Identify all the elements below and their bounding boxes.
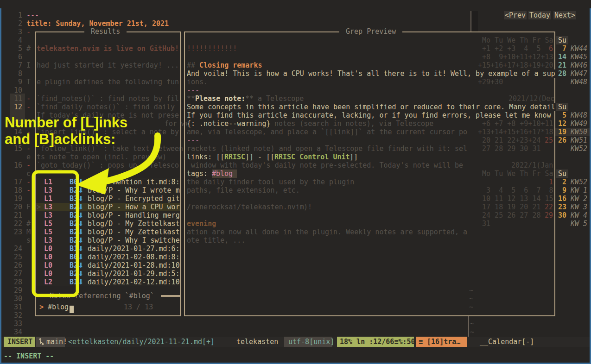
backlinks-count: B2 xyxy=(70,270,78,278)
results-row[interactable]: L3B2⬇blog/P - Why I wrote m xyxy=(36,186,180,195)
result-file-label: daily/2021-01-28.md:10 xyxy=(88,261,180,270)
calendar-next-button[interactable]: Next> xyxy=(553,11,576,19)
calendar-day[interactable]: 9 xyxy=(558,186,566,195)
calendar-week-label: KW52 xyxy=(571,178,587,186)
result-file-label: blog/D - My Zettelkast xyxy=(88,220,180,228)
line-number: 1 xyxy=(18,11,22,19)
search-input[interactable]: #blog xyxy=(48,303,69,311)
line-number: 16 xyxy=(14,161,22,169)
links-count: L5 xyxy=(44,228,52,236)
results-row[interactable]: L5B2⬇blog/D - My Zettelkast xyxy=(36,220,180,228)
down-arrow-icon: ⬇ xyxy=(78,228,84,236)
result-file-label: daily/2021-02-08.md:8: xyxy=(88,253,180,261)
line-number: 7 xyxy=(18,61,22,69)
calendar-today-button[interactable]: Today xyxy=(528,11,551,19)
tag-label: #blog xyxy=(212,169,237,178)
preview-text: ]] xyxy=(350,153,358,161)
preview-text: ** xyxy=(245,94,254,103)
calendar-week-label: KW50 xyxy=(571,128,587,136)
results-row[interactable]: L3B2⬇blog/P - Handling merg xyxy=(36,211,180,220)
preview-text: ions. xyxy=(187,78,208,86)
buffer-text: c xyxy=(26,169,31,178)
results-row[interactable]: L1B0⬇ i mention it.md:8: xyxy=(36,178,180,186)
calendar-day[interactable]: 26 xyxy=(558,136,566,144)
down-arrow-icon: ⬇ xyxy=(78,203,84,211)
calendar-weekday-header: Su xyxy=(558,103,566,111)
down-arrow-icon: ⬇ xyxy=(78,220,84,228)
preview-text: rackets (linked note) and open a Telesco… xyxy=(187,144,467,153)
calendar-day[interactable]: 28 xyxy=(558,69,566,78)
calendar-day[interactable]: 19 xyxy=(558,128,566,136)
calendar-day[interactable]: 14 xyxy=(558,53,566,61)
annotation-text-line1: Number of [L]inks xyxy=(5,115,127,131)
results-window-title: Results xyxy=(84,27,127,36)
results-row[interactable]: L1B3⬇blog/P - Encrypted git xyxy=(36,195,180,203)
backlinks-count: B3 xyxy=(70,195,78,203)
prompt-prefix: > xyxy=(39,303,44,311)
result-file-label: blog/D - My Zettelkast xyxy=(88,228,180,236)
preview-text: the daily finder tool used by the plugin xyxy=(187,178,354,186)
links-count: L1 xyxy=(44,178,52,186)
results-row[interactable]: L0B2⬇daily/2021-01-28.md:10 xyxy=(36,261,180,270)
preview-text: Please note: xyxy=(195,94,245,103)
links-count: L1 xyxy=(44,195,52,203)
calendar-day[interactable]: 30 xyxy=(558,211,566,220)
down-arrow-icon: ⬇ xyxy=(78,236,84,245)
preview-text: --- xyxy=(187,86,199,94)
line-number: 31 xyxy=(14,303,22,311)
results-row[interactable]: L3B2⬇blog/P - Why I switche xyxy=(36,236,180,245)
results-row[interactable]: L0B2⬇daily/2021-01-29.md:5: xyxy=(36,270,180,278)
down-arrow-icon: ⬇ xyxy=(78,245,84,253)
down-arrow-icon: ⬇ xyxy=(78,253,84,261)
line-number: 30 xyxy=(14,295,22,303)
preview-text: window with today's daily note pre-selec… xyxy=(187,161,463,169)
results-row[interactable]: L5B2⬇blog/D - My Zettelkast xyxy=(36,228,180,236)
note-link[interactable]: RRISC xyxy=(224,153,245,161)
down-arrow-icon: ⬇ xyxy=(78,270,84,278)
mode-indicator: INSERT xyxy=(7,338,32,346)
calendar-day[interactable]: 23 xyxy=(558,203,566,211)
line-number: 32 xyxy=(14,311,22,320)
backlinks-count: B2 xyxy=(70,211,78,220)
calendar-weekday-header: Su xyxy=(558,36,566,44)
calendar-sign-column xyxy=(472,11,478,31)
preview-text: a Telescope xyxy=(254,94,304,103)
preview-text: ]] - [[ xyxy=(245,153,274,161)
calendar-day[interactable]: 2 xyxy=(558,178,566,186)
calendar-day[interactable]: 16 xyxy=(558,195,566,203)
result-file-label: daily/2021-01-27.md:6: xyxy=(88,245,180,253)
annotation-text-line2: and [B]acklinks: xyxy=(5,132,115,147)
calendar-week-label: KW51 xyxy=(571,136,587,144)
calendar-week-label: KW52 xyxy=(571,144,587,153)
preview-text: evening xyxy=(187,220,216,228)
note-link[interactable]: RRISC Control Unit xyxy=(274,153,350,161)
result-file-label: i mention it.md:8: xyxy=(88,178,180,186)
line-number: 18 xyxy=(14,186,22,195)
window-separator-top xyxy=(470,11,471,31)
line-number: 34 xyxy=(14,328,22,336)
calendar-day[interactable]: 12 xyxy=(558,119,566,128)
preview-text: ote title, ... xyxy=(187,236,245,245)
results-row[interactable]: L2B1⬇daily/2021-02-12.md:10 xyxy=(36,278,180,286)
calendar-day[interactable]: 7 xyxy=(558,44,566,53)
result-file-label: blog/P - Encrypted git xyxy=(88,195,180,203)
links-count: L0 xyxy=(44,253,52,261)
results-row[interactable]: >L3B2⬇blog/P - How a CPU wor xyxy=(36,203,180,211)
preview-text: ** xyxy=(187,94,195,103)
calendar-week-label: KW45 xyxy=(571,53,587,61)
results-row[interactable]: L0B0⬇daily/2021-02-08.md:8: xyxy=(36,253,180,261)
links-count: L0 xyxy=(44,270,52,278)
git-branch-label: main! xyxy=(46,338,67,346)
calendar-prev-button[interactable]: <Prev xyxy=(504,11,527,19)
calendar-day[interactable]: 21 xyxy=(558,61,566,69)
calendar-week-label: KW44 xyxy=(571,44,587,53)
calendar-day[interactable]: 5 xyxy=(558,111,566,119)
calendar-week-label: KW 2 xyxy=(571,195,587,203)
line-number: 25 xyxy=(14,253,22,261)
line-number: 23 xyxy=(14,228,22,236)
preview-text: )! xyxy=(304,203,312,211)
results-row[interactable]: L0B1⬇daily/2021-01-27.md:6: xyxy=(36,245,180,253)
line-number: 2 xyxy=(18,19,22,28)
preview-text: !!!!!!!!!!!! xyxy=(187,44,237,53)
calendar-week-label: KW48 xyxy=(571,111,587,119)
